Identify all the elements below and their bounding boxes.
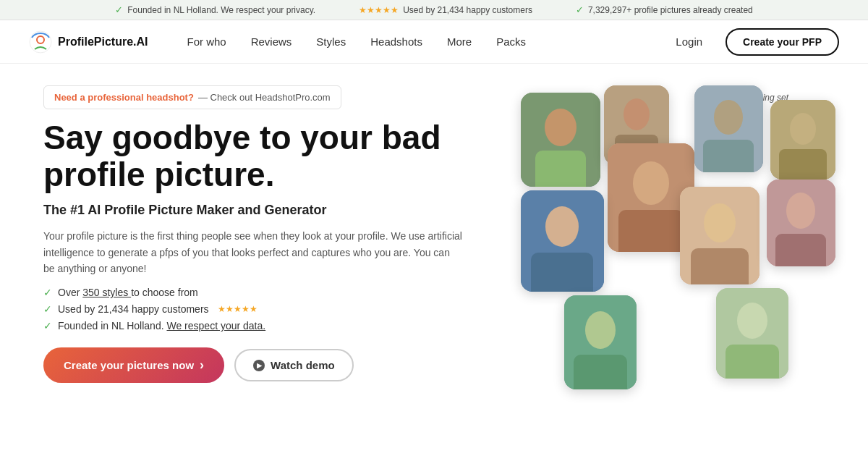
- svg-point-12: [714, 100, 743, 135]
- check-icon: ✓: [115, 4, 123, 15]
- svg-point-24: [786, 193, 815, 229]
- hero-subtitle: The #1 AI Profile Picture Maker and Gene…: [43, 203, 492, 218]
- svg-rect-4: [535, 151, 586, 187]
- feature-privacy: ✓ Founded in NL Holland. We respect your…: [43, 320, 492, 332]
- feature-styles-text: Over 350 styles to choose from: [58, 287, 198, 298]
- svg-rect-13: [703, 140, 754, 172]
- nav-packs[interactable]: Packs: [486, 30, 536, 54]
- photo-5: [770, 100, 835, 180]
- chevron-icon: ›: [200, 358, 204, 373]
- create-pfp-button[interactable]: Create your PFP: [726, 28, 839, 56]
- photo-card-9: [564, 295, 637, 389]
- photo-card-8: [767, 180, 835, 266]
- photo-card-4: [694, 85, 763, 172]
- hero-content: Need a professional headshot? — Check ou…: [43, 85, 492, 418]
- styles-link[interactable]: 350 styles: [82, 287, 131, 298]
- svg-point-0: [30, 31, 51, 53]
- svg-rect-22: [691, 248, 749, 284]
- svg-point-27: [585, 311, 616, 349]
- watch-demo-button[interactable]: ▶ Watch demo: [234, 349, 354, 381]
- topbar-item-count: ✓ 7,329,297+ profile pictures already cr…: [576, 4, 753, 15]
- notice-bar: Need a professional headshot? — Check ou…: [43, 85, 341, 109]
- nav-headshots[interactable]: Headshots: [360, 30, 433, 54]
- svg-point-21: [704, 203, 736, 242]
- topbar-customers-text: Used by 21,434 happy customers: [403, 5, 532, 15]
- hero-description: Your profile picture is the first thing …: [43, 228, 463, 276]
- check-icon-customers: ✓: [43, 303, 52, 315]
- logo-icon: [29, 30, 52, 54]
- hero-title: Say goodbye to your bad profile picture.: [43, 119, 492, 193]
- play-icon: ▶: [253, 360, 265, 371]
- topbar-item-privacy: ✓ Founded in NL Holland. We respect your…: [115, 4, 315, 15]
- photo-4: [694, 85, 763, 172]
- nav-reviews[interactable]: Reviews: [241, 30, 302, 54]
- topbar-item-customers: ★★★★★ Used by 21,434 happy customers: [359, 5, 532, 15]
- svg-point-6: [624, 98, 650, 130]
- svg-point-3: [545, 109, 576, 146]
- photo-10: [716, 288, 788, 379]
- check-icon-2: ✓: [576, 4, 584, 15]
- svg-rect-19: [531, 253, 593, 292]
- svg-rect-25: [775, 234, 826, 266]
- photo-9: [564, 295, 637, 389]
- svg-point-15: [790, 113, 816, 145]
- svg-point-18: [545, 206, 579, 247]
- photo-card-10: [716, 288, 788, 379]
- create-button-label: Create your pictures now: [64, 359, 194, 371]
- photo-6: [521, 190, 604, 292]
- login-button[interactable]: Login: [664, 30, 714, 54]
- stars-icon: ★★★★★: [359, 5, 399, 15]
- notice-rest: — Check out HeadshotPro.com: [198, 92, 331, 103]
- photo-collage: Training set ↘: [521, 85, 825, 418]
- topbar-privacy-text: Founded in NL Holland. We respect your p…: [127, 5, 315, 15]
- svg-rect-31: [726, 345, 779, 379]
- check-icon-styles: ✓: [43, 287, 52, 298]
- photo-card-1: [521, 93, 600, 187]
- svg-rect-16: [779, 149, 827, 180]
- svg-point-9: [633, 161, 669, 205]
- photo-1: [521, 93, 600, 187]
- photo-card-6: [521, 190, 604, 292]
- topbar-count-text: 7,329,297+ profile pictures already crea…: [588, 5, 753, 15]
- create-pictures-button[interactable]: Create your pictures now ›: [43, 347, 224, 383]
- svg-rect-28: [574, 355, 627, 389]
- photo-card-7: [680, 187, 760, 284]
- privacy-link[interactable]: We respect your data.: [166, 320, 265, 332]
- logo[interactable]: ProfilePicture.AI: [29, 30, 148, 54]
- navigation: ProfilePicture.AI For who Reviews Styles…: [0, 20, 868, 64]
- demo-button-label: Watch demo: [271, 359, 335, 371]
- nav-more[interactable]: More: [437, 30, 482, 54]
- feature-customers: ✓ Used by 21,434 happy customers ★★★★★: [43, 303, 492, 315]
- svg-point-30: [737, 303, 767, 339]
- logo-text: ProfilePicture.AI: [58, 35, 148, 48]
- feature-customers-text: Used by 21,434 happy customers: [58, 303, 209, 315]
- top-bar: ✓ Founded in NL Holland. We respect your…: [0, 0, 868, 20]
- feature-privacy-text: Founded in NL Holland. We respect your d…: [58, 320, 265, 332]
- photo-card-5: [770, 100, 835, 180]
- features-list: ✓ Over 350 styles to choose from ✓ Used …: [43, 287, 492, 332]
- check-icon-privacy: ✓: [43, 320, 52, 332]
- nav-actions: Login Create your PFP: [664, 28, 839, 56]
- notice-highlight: Need a professional headshot?: [54, 92, 194, 103]
- nav-for-who[interactable]: For who: [176, 30, 236, 54]
- feature-stars: ★★★★★: [218, 304, 258, 314]
- hero-section: Need a professional headshot? — Check ou…: [0, 64, 868, 433]
- photo-7: [680, 187, 760, 284]
- svg-rect-10: [618, 210, 684, 252]
- nav-styles[interactable]: Styles: [306, 30, 356, 54]
- hero-collage: Training set ↘: [521, 85, 825, 418]
- nav-links: For who Reviews Styles Headshots More Pa…: [176, 30, 664, 54]
- feature-styles: ✓ Over 350 styles to choose from: [43, 287, 492, 298]
- hero-buttons: Create your pictures now › ▶ Watch demo: [43, 347, 492, 383]
- photo-8: [767, 180, 835, 266]
